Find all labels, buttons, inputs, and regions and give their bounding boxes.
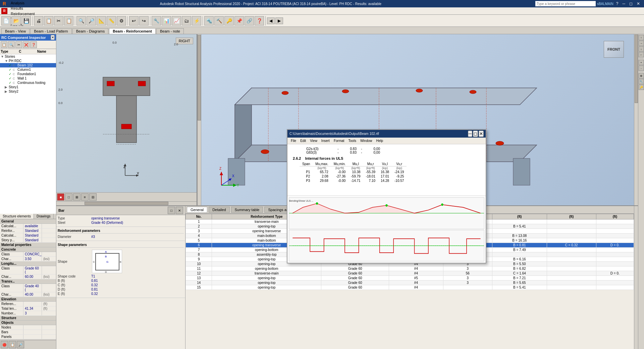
minimize-button[interactable]: ─: [621, 1, 627, 6]
tree-item-wall-1[interactable]: ✓CWall 1: [0, 76, 56, 81]
tab-drawings[interactable]: Drawings: [34, 214, 54, 219]
undo-button[interactable]: ↩: [129, 16, 139, 26]
tb-btn2[interactable]: 📋: [44, 16, 53, 26]
new-button[interactable]: 📄: [1, 16, 11, 26]
tree-item-column1[interactable]: ✓CColumn1: [0, 67, 56, 72]
rtf-menu-format[interactable]: Format: [332, 139, 346, 143]
mini-btn3[interactable]: ⊞: [73, 193, 80, 201]
tree-item-stories[interactable]: ▼Stories: [0, 54, 56, 59]
rs-btn2[interactable]: →: [639, 41, 644, 46]
rebar-tab-general[interactable]: General: [187, 207, 207, 213]
tb-btn4[interactable]: 📋: [64, 16, 73, 26]
tree-expand-story2[interactable]: ▶: [5, 90, 9, 93]
view-tab-beam---view[interactable]: Beam - View: [1, 28, 30, 34]
tb-btn17[interactable]: 🔑: [224, 16, 234, 26]
rtf-restore[interactable]: ◻: [473, 131, 478, 137]
tree-item-story1[interactable]: ▶Story1: [0, 85, 56, 89]
props-group-general[interactable]: General: [0, 219, 56, 224]
tb-btn10[interactable]: 🔧: [152, 16, 161, 26]
beam-btn2[interactable]: 📋: [9, 341, 16, 348]
restore-button[interactable]: ◻: [628, 1, 634, 6]
props-group-objects[interactable]: Objects: [0, 320, 56, 325]
tb-btn13[interactable]: 🗂: [182, 16, 191, 26]
rs-btn5[interactable]: +: [639, 60, 644, 65]
mini-btn2[interactable]: □: [65, 193, 72, 201]
menu-item-results[interactable]: Results: [8, 6, 38, 11]
rtf-minimize[interactable]: ─: [468, 131, 472, 137]
tb-btn18[interactable]: 📌: [234, 16, 244, 26]
tree-expand-ph-rdc[interactable]: ▼: [5, 59, 9, 63]
search-input[interactable]: [535, 1, 596, 6]
props-group-transv...[interactable]: Transv...: [0, 279, 56, 284]
insp-btn3[interactable]: ✂: [15, 41, 22, 48]
close-button[interactable]: ✕: [635, 1, 641, 6]
right-view-button[interactable]: RIGHT: [176, 38, 193, 44]
mini-btn5[interactable]: ⊟: [89, 193, 97, 201]
beam-btn1[interactable]: 🔴: [1, 341, 8, 348]
rebar-row[interactable]: 14opening-topGrade 60#43B = 5.65: [186, 281, 634, 285]
rebar-tab-summary-table[interactable]: Summary table: [231, 207, 263, 213]
left-view-vscroll[interactable]: [197, 34, 201, 205]
left-view-hscroll[interactable]: [56, 201, 197, 205]
view-tab-beam---load-pattern[interactable]: Beam - Load Pattern: [30, 28, 72, 34]
insp-btn2[interactable]: 🔍: [8, 41, 15, 48]
tb-btn19[interactable]: 🔗: [245, 16, 254, 26]
bar-close[interactable]: ✕: [176, 207, 183, 214]
menu-item-analysis[interactable]: Analysis: [8, 0, 38, 6]
rtf-menu-help[interactable]: Help: [374, 139, 385, 143]
rs-btn1[interactable]: ↑: [639, 35, 644, 40]
view-tab-beam---note[interactable]: Beam - note: [156, 28, 184, 34]
tb-btn20[interactable]: ❓: [255, 16, 264, 26]
rebar-row[interactable]: 12transverse-mainGrade 60#456C = 1.64D =…: [186, 271, 634, 276]
bar-expand[interactable]: □: [168, 207, 175, 214]
inspector-close[interactable]: ✕: [51, 35, 55, 40]
tb-btn7[interactable]: 📐: [97, 16, 106, 26]
beam-btn3[interactable]: 🔎: [17, 341, 24, 348]
rtf-close[interactable]: ✕: [479, 131, 484, 137]
rebar-row[interactable]: 15opening-topGrade 60#4B = 5.41: [186, 285, 634, 290]
rebar-tab-detailed[interactable]: Detailed: [209, 207, 229, 213]
tb-btn5[interactable]: 🔍: [76, 16, 86, 26]
rebar-row[interactable]: 13opening-topGrade 60#53B = 7.21: [186, 276, 634, 281]
props-group-elevation[interactable]: Elevation: [0, 297, 56, 302]
props-group-material-properties[interactable]: Material properties: [0, 243, 56, 247]
rebar-row[interactable]: 11opening-bottomGrade 60#43B = 6.82: [186, 266, 634, 271]
bottom-right-scroll[interactable]: [634, 206, 638, 349]
insp-btn1[interactable]: 📋: [1, 41, 7, 48]
redo-button[interactable]: ↪: [139, 16, 149, 26]
props-group-structure[interactable]: Structure: [0, 316, 56, 320]
tab-structure-elements[interactable]: Structure elements: [0, 214, 34, 219]
view-tab-beam---reinforcement[interactable]: Beam - Reinforcement: [109, 28, 156, 34]
tb-btn3[interactable]: ✂: [54, 16, 63, 26]
help-button[interactable]: ?: [615, 1, 620, 6]
open-button[interactable]: 📂: [11, 16, 21, 26]
view-cube[interactable]: FRONT: [604, 41, 624, 58]
tb-btn14[interactable]: ⚡: [192, 16, 201, 26]
tree-expand-story1[interactable]: ▶: [5, 85, 9, 89]
rs-btn8[interactable]: 🔧: [639, 79, 644, 84]
tree-item-continuous-footing[interactable]: ✓CContinuous footing: [0, 81, 56, 85]
rs-btn6[interactable]: -: [639, 65, 644, 71]
tree-item-foundation1[interactable]: ✓CFoundation1: [0, 72, 56, 76]
rtf-menu-tools[interactable]: Tools: [346, 139, 358, 143]
tb-btn11[interactable]: 📊: [162, 16, 171, 26]
nav-prev[interactable]: ◀: [267, 17, 275, 24]
mini-btn1[interactable]: ■: [57, 193, 64, 201]
rs-btn3[interactable]: ↓: [639, 46, 644, 52]
rtf-content[interactable]: G2s-t(3) - 0.83 - 0,00 G83(3) - 0.83 - 0…: [287, 144, 486, 196]
mini-btn4[interactable]: ≡: [81, 193, 89, 201]
rs-btn4[interactable]: ←: [639, 52, 644, 57]
tb-btn16[interactable]: 🔨: [214, 16, 224, 26]
tb-btn6[interactable]: 🔎: [87, 16, 96, 26]
tree-item-beam-102[interactable]: ✓CBeam 102: [0, 63, 56, 67]
tb-btn8[interactable]: 📏: [107, 16, 116, 26]
right-vscroll[interactable]: [634, 34, 638, 205]
tb-btn9[interactable]: ⚙: [117, 16, 126, 26]
tree-item-ph-rdc[interactable]: ▼PH RDC: [0, 59, 56, 63]
tb-btn12[interactable]: 📈: [172, 16, 181, 26]
rs-btn9[interactable]: 🔑: [639, 85, 644, 90]
rtf-menu-window[interactable]: Window: [358, 139, 374, 143]
nav-next[interactable]: ▶: [275, 17, 283, 24]
print-button[interactable]: 🖨: [34, 16, 43, 26]
tree-expand-stories[interactable]: ▼: [1, 55, 5, 58]
